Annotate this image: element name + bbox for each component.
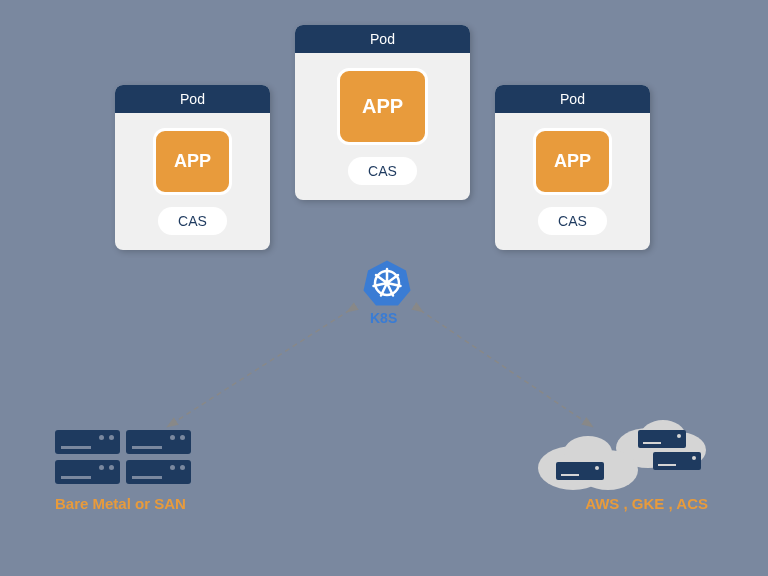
app-badge: APP (153, 128, 232, 195)
pod-header: Pod (495, 85, 650, 113)
pod-header: Pod (295, 25, 470, 53)
server-icon (55, 460, 120, 484)
cloud-label: AWS , GKE , ACS (585, 495, 708, 512)
bare-metal-servers (55, 430, 191, 484)
cloud-server-icon (653, 452, 701, 470)
server-icon (55, 430, 120, 454)
app-badge: APP (533, 128, 612, 195)
cloud-server-icon (556, 462, 604, 480)
cloud-providers (518, 420, 718, 504)
server-icon (126, 460, 191, 484)
pod-card: Pod APP CAS (115, 85, 270, 250)
server-icon (126, 430, 191, 454)
svg-line-10 (170, 310, 350, 425)
cas-badge: CAS (158, 207, 227, 235)
kubernetes-label: K8S (370, 310, 397, 326)
kubernetes-icon (362, 258, 412, 308)
app-badge: APP (337, 68, 428, 145)
pod-body: APP CAS (495, 113, 650, 250)
pod-card: Pod APP CAS (495, 85, 650, 250)
cloud-server-icon (638, 430, 686, 448)
bare-metal-label: Bare Metal or SAN (55, 495, 186, 512)
cas-badge: CAS (348, 157, 417, 185)
pod-body: APP CAS (115, 113, 270, 250)
pod-body: APP CAS (295, 53, 470, 200)
pod-card: Pod APP CAS (295, 25, 470, 200)
svg-line-11 (420, 310, 590, 425)
pod-header: Pod (115, 85, 270, 113)
cas-badge: CAS (538, 207, 607, 235)
